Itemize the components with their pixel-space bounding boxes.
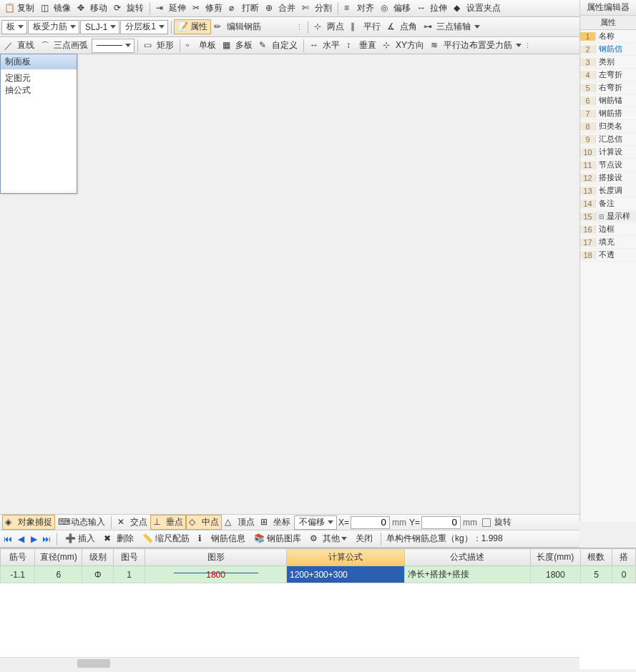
scrollbar-thumb[interactable] [77,659,110,668]
custom-button[interactable]: ✎自定义 [256,39,300,52]
table-row[interactable]: -1.1 6 Φ 1 1800 1200+300+300 净长+搭接+搭接 18… [1,566,636,583]
close-button[interactable]: 关闭 [353,532,376,545]
xy-button[interactable]: ⊹XY方向 [380,39,427,52]
property-row[interactable]: 1名称 [580,30,636,43]
rebar-dropdown[interactable]: 板受力筋 [28,20,79,34]
setgrip-button[interactable]: ◆设置夹点 [451,1,504,15]
rotate-button[interactable]: ⟳旋转 [111,1,147,15]
vert-button[interactable]: ↕垂直 [343,39,379,52]
row-value[interactable]: 归类名 [596,121,636,132]
perp-toggle[interactable]: ⊥垂点 [151,515,185,529]
nav-first-button[interactable]: ⏮ [3,534,13,544]
parallel-button[interactable]: ∥平行 [348,20,383,34]
mirror-button[interactable]: ◫镜像 [38,1,74,15]
col-shape[interactable]: 图形 [145,549,287,566]
row-value[interactable]: 钢筋锚 [596,95,636,106]
break-button[interactable]: ⌀打断 [226,1,262,15]
nav-next-button[interactable]: ▶ [29,534,39,544]
multi-button[interactable]: ▦多板 [220,39,255,52]
apex-toggle[interactable]: △顶点 [222,515,257,529]
row-value[interactable]: 类别 [596,56,636,67]
nav-prev-button[interactable]: ◀ [16,534,26,544]
extend-button[interactable]: ⇥延伸 [153,1,189,15]
property-row[interactable]: 15显示样 [580,210,636,223]
other-button[interactable]: ⚙其他 [307,532,350,545]
cell-formula[interactable]: 1200+300+300 [287,566,405,583]
xpoint-toggle[interactable]: ✕交点 [115,515,150,529]
move-button[interactable]: ✥移动 [74,1,110,15]
arc3-button[interactable]: ⌒三点画弧 [38,39,91,52]
property-row[interactable]: 3类别 [580,56,636,69]
property-row[interactable]: 16 边框 [580,223,636,236]
property-row[interactable]: 13长度调 [580,184,636,197]
dynamic-input-toggle[interactable]: ⌨动态输入 [56,515,107,529]
cell-fig[interactable]: 1 [114,566,145,583]
x-input[interactable] [351,516,390,529]
col-desc[interactable]: 公式描述 [404,549,530,566]
cell-count[interactable]: 5 [581,566,612,583]
offset-button[interactable]: ◎偏移 [378,1,414,15]
row-value[interactable]: 显示样 [596,211,636,222]
row-value[interactable]: 钢筋搭 [596,108,636,119]
nav-last-button[interactable]: ⏭ [41,534,52,544]
row-value[interactable]: 长度调 [596,185,636,196]
objsnap-toggle[interactable]: ◈对象捕捉 [3,515,54,529]
property-row[interactable]: 6钢筋锚 [580,94,636,107]
cell-grade[interactable]: Φ [82,566,114,583]
col-dia[interactable]: 直径(mm) [35,549,82,566]
row-value[interactable]: 搭接设 [596,172,636,183]
property-row[interactable]: 14备注 [580,197,636,210]
ptangle-button[interactable]: ∡点角 [384,20,420,34]
property-row[interactable]: 9汇总信 [580,133,636,146]
insert-button[interactable]: ➕插入 [62,532,98,545]
copy-button[interactable]: 📋复制 [1,1,37,15]
row-value[interactable]: 计算设 [596,147,636,157]
single-button[interactable]: ▫单板 [183,39,219,52]
trim-button[interactable]: ✂修剪 [190,1,225,15]
edit-rebar-button[interactable]: ✏编辑钢筋 [211,20,264,34]
chevron-down-icon[interactable] [516,44,522,47]
rebar-grid[interactable]: 筋号 直径(mm) 级别 图号 图形 计算公式 公式描述 长度(mm) 根数 搭… [0,548,636,583]
align-button[interactable]: ≡对齐 [341,1,377,15]
row-value[interactable]: 边框 [596,224,636,234]
row-value[interactable]: 右弯折 [596,82,636,93]
cell-desc[interactable]: 净长+搭接+搭接 [404,566,530,583]
property-row[interactable]: 7钢筋搭 [580,107,636,120]
chevron-down-icon[interactable] [474,25,480,29]
property-row[interactable]: 17 填充 [580,236,636,249]
threeptaux-button[interactable]: ⊶三点辅轴 [421,20,474,34]
name-dropdown[interactable]: SLJ-1 [80,20,119,34]
mid-toggle[interactable]: ◇中点 [187,515,221,529]
col-count[interactable]: 根数 [581,549,612,566]
property-row[interactable]: 4左弯折 [580,69,636,81]
row-value[interactable]: 钢筋信 [596,44,636,54]
row-value[interactable]: 节点设 [596,159,636,170]
row-value[interactable]: 汇总信 [596,134,636,144]
col-adj[interactable]: 搭 [612,549,635,566]
row-value[interactable]: 填充 [596,237,636,247]
merge-button[interactable]: ⊕合并 [263,1,298,15]
row-value[interactable]: 名称 [596,31,636,41]
property-row[interactable]: 5右弯折 [580,81,636,94]
cell-len[interactable]: 1800 [530,566,580,583]
cell-dia[interactable]: 6 [35,566,82,583]
property-row[interactable]: 2钢筋信 [580,43,636,56]
linestyle-dropdown[interactable] [92,39,134,53]
cell-shape[interactable]: 1800 [145,566,287,583]
stretch-button[interactable]: ↔拉伸 [414,1,450,15]
split-button[interactable]: ✄分割 [299,1,335,15]
col-fig[interactable]: 图号 [114,549,145,566]
y-input[interactable] [421,516,461,529]
horiz-button[interactable]: ↔水平 [307,39,343,52]
col-len[interactable]: 长度(mm) [530,549,580,566]
col-no[interactable]: 筋号 [1,549,35,566]
overflow-icon[interactable]: ⋮ [294,24,305,31]
property-row[interactable]: 10计算设 [580,146,636,159]
pbforce-button[interactable]: ≋平行边布置受力筋 [428,39,515,52]
row-value[interactable]: 左弯折 [596,69,636,80]
barinfo-button[interactable]: ℹ钢筋信息 [195,532,248,545]
props-button[interactable]: 📝属性 [175,20,210,34]
col-formula[interactable]: 计算公式 [287,549,405,566]
property-row[interactable]: 8归类名 [580,120,636,133]
horizontal-scrollbar[interactable] [0,657,579,669]
